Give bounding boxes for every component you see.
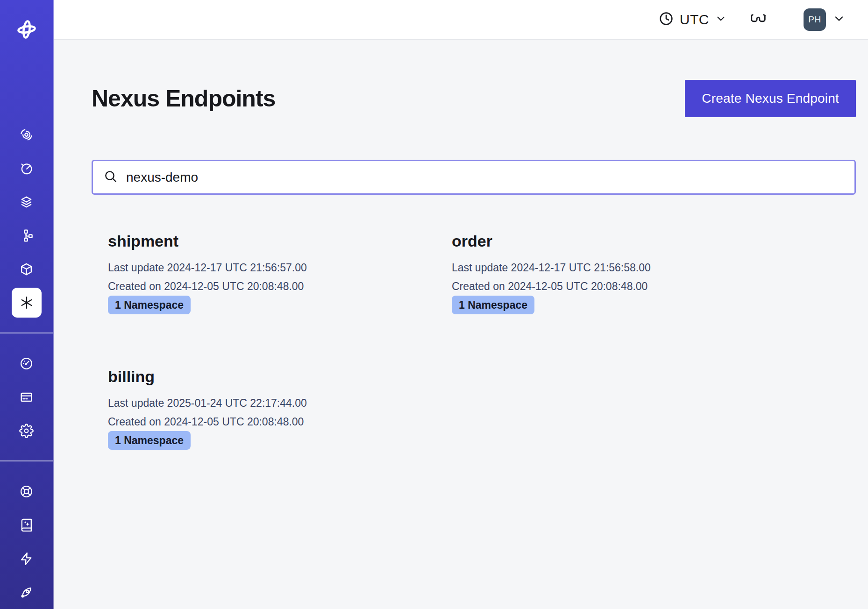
app-root: UTC PH	[0, 0, 868, 609]
rocket-icon	[19, 585, 34, 600]
sidebar-item-deployments[interactable]	[0, 219, 53, 252]
endpoint-card-order[interactable]: order Last update 2024-12-17 UTC 21:56:5…	[435, 231, 779, 314]
sidebar	[0, 0, 54, 609]
endpoint-last-update: Last update 2025-01-24 UTC 22:17:44.00	[108, 394, 419, 412]
graph-icon	[19, 228, 34, 243]
namespace-badge: 1 Namespace	[108, 296, 191, 314]
sidebar-item-batch-operations[interactable]	[0, 185, 53, 219]
avatar: PH	[804, 8, 826, 31]
sidebar-item-namespaces[interactable]	[0, 252, 53, 286]
sidebar-nav-primary	[0, 118, 53, 319]
page-header: Nexus Endpoints Create Nexus Endpoint	[92, 80, 856, 117]
endpoint-name: billing	[108, 367, 419, 386]
clock-icon	[658, 11, 674, 28]
search-input[interactable]	[126, 170, 845, 185]
endpoint-created-on: Created on 2024-12-05 UTC 20:08:48.00	[108, 412, 419, 431]
temporal-logo-icon	[16, 19, 37, 61]
chevron-down-icon	[832, 12, 846, 27]
life-ring-icon	[19, 484, 34, 499]
credit-card-icon	[19, 390, 34, 404]
endpoint-last-update: Last update 2024-12-17 UTC 21:56:58.00	[452, 258, 763, 277]
nexus-icon	[12, 288, 42, 318]
sidebar-item-nexus[interactable]	[0, 286, 53, 319]
sidebar-nav-account	[0, 347, 53, 447]
account-menu[interactable]: PH	[804, 8, 846, 31]
cube-icon	[19, 262, 34, 276]
endpoint-last-update: Last update 2024-12-17 UTC 21:56:57.00	[108, 258, 419, 277]
sidebar-item-getting-started[interactable]	[0, 575, 53, 609]
gear-icon	[19, 424, 34, 438]
lightning-icon	[19, 552, 34, 566]
sidebar-item-usage[interactable]	[0, 347, 53, 380]
schedules-icon	[19, 161, 34, 176]
layers-icon	[19, 195, 34, 209]
workflows-icon	[19, 127, 34, 142]
endpoint-card-shipment[interactable]: shipment Last update 2024-12-17 UTC 21:5…	[92, 231, 435, 314]
sidebar-divider	[0, 333, 53, 333]
endpoint-card-billing[interactable]: billing Last update 2025-01-24 UTC 22:17…	[92, 367, 435, 450]
sidebar-item-billing[interactable]	[0, 380, 53, 414]
search-icon	[103, 169, 118, 186]
page-content: Nexus Endpoints Create Nexus Endpoint sh…	[54, 40, 868, 450]
book-sparkles-icon	[19, 518, 34, 532]
namespace-badge: 1 Namespace	[452, 296, 534, 314]
temporal-logo[interactable]	[0, 0, 53, 61]
search-box	[92, 160, 856, 195]
sidebar-item-schedules[interactable]	[0, 151, 53, 185]
page-title: Nexus Endpoints	[92, 85, 275, 112]
sidebar-item-settings[interactable]	[0, 414, 53, 447]
sidebar-item-workflows[interactable]	[0, 118, 53, 151]
sidebar-divider	[0, 460, 53, 461]
sidebar-nav-help	[0, 474, 53, 609]
endpoint-grid: shipment Last update 2024-12-17 UTC 21:5…	[92, 231, 856, 450]
chevron-down-icon	[715, 13, 727, 27]
endpoint-created-on: Created on 2024-12-05 UTC 20:08:48.00	[108, 277, 419, 296]
gauge-icon	[19, 356, 34, 371]
namespace-badge: 1 Namespace	[108, 431, 191, 450]
sidebar-item-docs[interactable]	[0, 508, 53, 542]
timezone-label: UTC	[680, 12, 709, 28]
endpoint-name: shipment	[108, 231, 419, 251]
topbar: UTC PH	[54, 0, 868, 40]
glasses-icon	[749, 10, 767, 29]
labs-toggle-button[interactable]	[749, 10, 767, 29]
main-area: UTC PH	[54, 0, 868, 609]
timezone-selector[interactable]: UTC	[658, 11, 727, 28]
endpoint-name: order	[452, 231, 763, 251]
sidebar-item-support[interactable]	[0, 474, 53, 508]
create-nexus-endpoint-button[interactable]: Create Nexus Endpoint	[685, 80, 856, 117]
sidebar-item-feedback[interactable]	[0, 542, 53, 575]
endpoint-created-on: Created on 2024-12-05 UTC 20:08:48.00	[452, 277, 763, 296]
